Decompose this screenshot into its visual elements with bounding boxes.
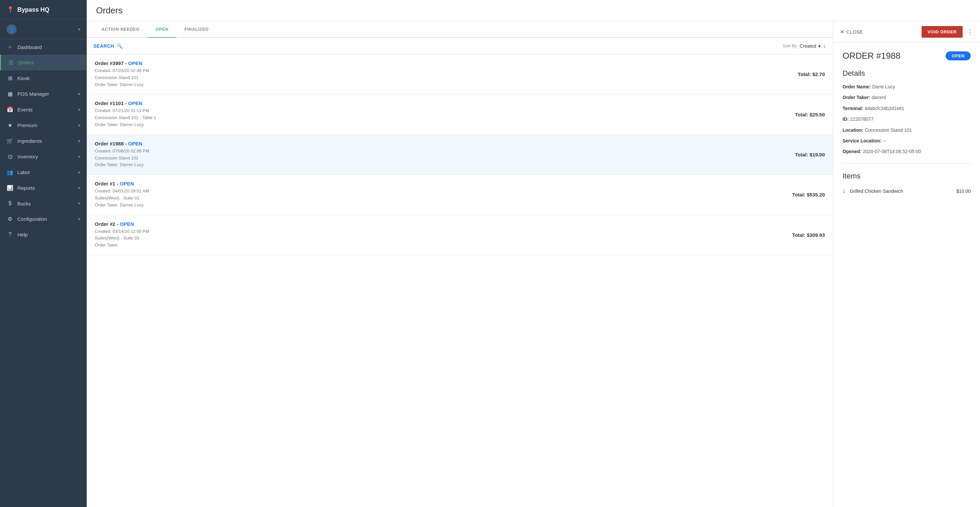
close-button[interactable]: ✕ CLOSE: [840, 29, 863, 35]
sidebar-item-orders[interactable]: ☰ Orders: [0, 55, 87, 70]
order-title: Order #1 - OPEN: [95, 181, 149, 186]
nav-label-pos-manager: POS Manager: [18, 91, 49, 97]
sidebar-item-kiosk[interactable]: ⊞ Kiosk: [0, 70, 87, 86]
nav-chevron-ingredients: ▾: [78, 139, 80, 143]
order-total: Total: $309.93: [792, 232, 825, 238]
nav-label-bucks: Bucks: [18, 201, 31, 207]
location-label: Location:: [843, 127, 864, 133]
nav-icon-dashboard: ○: [7, 44, 13, 50]
opened-label: Opened:: [843, 149, 862, 154]
nav-icon-configuration: ⚙: [7, 216, 13, 222]
sidebar-item-bucks[interactable]: $ Bucks ▾: [0, 196, 87, 211]
sort-direction-icon[interactable]: ↓: [823, 42, 826, 49]
void-order-button[interactable]: VOID ORDER: [922, 26, 963, 38]
user-menu[interactable]: 👤 ▾: [0, 20, 87, 39]
nav-list: ○ Dashboard ☰ Orders ⊞ Kiosk ▦ POS Manag…: [0, 39, 87, 242]
nav-label-ingredients: Ingredients: [18, 138, 42, 144]
order-status: OPEN: [128, 141, 142, 146]
order-item-order-1988[interactable]: Order #1988 - OPEN Created: 07/08/20 02:…: [87, 135, 833, 175]
sidebar-item-inventory[interactable]: ⊡ Inventory ▾: [0, 149, 87, 164]
items-section-title: Items: [843, 172, 970, 180]
order-title: Order #1988 - OPEN: [95, 141, 149, 146]
order-status-badge: OPEN: [946, 51, 970, 60]
nav-label-events: Events: [18, 107, 33, 113]
opened-row: Opened: 2020-07-08T14:06:52-05:00: [843, 148, 970, 155]
order-title: Order #3997 - OPEN: [95, 60, 149, 66]
sidebar-item-premium[interactable]: ★ Premium ▾: [0, 118, 87, 133]
more-options-button[interactable]: ⋮: [967, 28, 973, 36]
sidebar-item-help[interactable]: ? Help: [0, 227, 87, 242]
id-value: 222078077: [850, 116, 873, 122]
user-chevron-icon: ▾: [78, 27, 80, 32]
nav-icon-ingredients: 🛒: [7, 138, 13, 144]
nav-label-orders: Orders: [18, 60, 34, 65]
order-meta: Created: 07/08/20 02:06 PMConcession Sta…: [95, 148, 149, 168]
search-label: SEARCH: [94, 43, 114, 49]
avatar: 👤: [7, 24, 17, 34]
terminal-row: Terminal: 4dabcfc34b2d1e61: [843, 105, 970, 112]
brand-name: Bypass HQ: [18, 6, 49, 13]
nav-label-reports: Reports: [18, 185, 35, 191]
content-area: ACTION NEEDEDOPENFINALIZED SEARCH 🔍 Sort…: [87, 21, 980, 507]
tab-action-needed[interactable]: ACTION NEEDED: [94, 21, 148, 38]
nav-label-inventory: Inventory: [18, 154, 38, 159]
nav-label-kiosk: Kiosk: [18, 75, 30, 81]
items-list: 1 Grilled Chicken Sandwich $10.00: [843, 186, 970, 197]
terminal-value: 4dabcfc34b2d1e61: [865, 106, 904, 111]
search-button[interactable]: SEARCH 🔍: [94, 43, 123, 49]
order-number-row: ORDER #1988 OPEN: [843, 51, 970, 61]
order-status: OPEN: [128, 100, 142, 106]
nav-icon-bucks: $: [7, 200, 13, 207]
sort-area: Sort By Created ▾ ↓: [783, 42, 826, 49]
nav-label-configuration: Configuration: [18, 216, 47, 222]
order-meta: Created: 07/21/20 01:11 PMConcession Sta…: [95, 107, 156, 128]
location-value: Concession Stand 101: [865, 127, 912, 133]
items-section: Items 1 Grilled Chicken Sandwich $10.00: [843, 172, 970, 197]
nav-icon-orders: ☰: [8, 59, 14, 66]
sidebar: 📍 Bypass HQ 👤 ▾ ○ Dashboard ☰ Orders ⊞ K…: [0, 0, 87, 507]
sidebar-item-pos-manager[interactable]: ▦ POS Manager ▾: [0, 86, 87, 102]
page-header: Orders: [87, 0, 980, 21]
nav-label-premium: Premium: [18, 122, 37, 128]
item-row: 1 Grilled Chicken Sandwich $10.00: [843, 186, 970, 197]
close-label: CLOSE: [846, 29, 863, 35]
nav-icon-reports: 📊: [7, 185, 13, 191]
tab-open[interactable]: OPEN: [148, 21, 177, 38]
order-total: Total: $2.70: [798, 72, 825, 77]
nav-chevron-bucks: ▾: [78, 201, 80, 206]
order-item-order-3997[interactable]: Order #3997 - OPEN Created: 07/23/20 02:…: [87, 54, 833, 94]
sidebar-item-events[interactable]: 📅 Events ▾: [0, 102, 87, 118]
tabs-bar: ACTION NEEDEDOPENFINALIZED: [87, 21, 833, 38]
terminal-label: Terminal:: [843, 106, 863, 111]
sidebar-item-dashboard[interactable]: ○ Dashboard: [0, 39, 87, 55]
sort-by-label: Sort By: [783, 43, 797, 48]
sidebar-item-labor[interactable]: 👥 Labor ▾: [0, 164, 87, 180]
tab-finalized[interactable]: FINALIZED: [177, 21, 216, 38]
sort-dropdown-icon: ▾: [818, 43, 821, 49]
sidebar-item-configuration[interactable]: ⚙ Configuration ▾: [0, 211, 87, 227]
sort-select[interactable]: Created ▾: [800, 43, 821, 49]
nav-chevron-labor: ▾: [78, 170, 80, 175]
item-price: $10.00: [956, 188, 970, 194]
sidebar-item-reports[interactable]: 📊 Reports ▾: [0, 180, 87, 196]
nav-icon-kiosk: ⊞: [7, 75, 13, 81]
id-row: ID: 222078077: [843, 115, 970, 123]
order-item-order-1101[interactable]: Order #1101 - OPEN Created: 07/21/20 01:…: [87, 94, 833, 134]
order-total: Total: $19.00: [795, 152, 825, 157]
order-status: OPEN: [120, 221, 134, 227]
nav-chevron-events: ▾: [78, 107, 80, 112]
detail-panel: ✕ CLOSE VOID ORDER ⋮ ORDER #1988 OPEN De…: [833, 21, 980, 507]
order-taker-row: Order Taker: darrenl: [843, 94, 970, 101]
order-taker-value: darrenl: [872, 95, 886, 100]
service-location-row: Service Location: --: [843, 137, 970, 145]
order-total: Total: $535.20: [792, 192, 825, 197]
search-icon: 🔍: [117, 43, 123, 49]
nav-label-labor: Labor: [18, 170, 30, 175]
sidebar-item-ingredients[interactable]: 🛒 Ingredients ▾: [0, 133, 87, 149]
order-total: Total: $25.50: [795, 112, 825, 118]
order-item-order-1[interactable]: Order #1 - OPEN Created: 04/01/20 09:01 …: [87, 175, 833, 215]
details-section-title: Details: [843, 69, 970, 78]
nav-icon-pos-manager: ▦: [7, 91, 13, 97]
order-status: OPEN: [128, 60, 142, 66]
order-item-order-2[interactable]: Order #2 - OPEN Created: 03/14/20 12:00 …: [87, 215, 833, 255]
